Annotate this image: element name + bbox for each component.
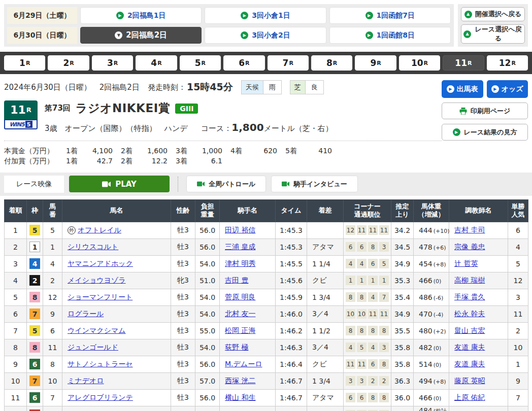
win5-text: WIN5	[9, 121, 24, 128]
jockey-interview-button[interactable]: 騎手インタビュー	[271, 176, 358, 192]
meeting-button[interactable]: ▶1回函館7日	[329, 7, 451, 24]
prize-rank: 2着	[121, 156, 139, 166]
trainer-link[interactable]: 松永 幹夫	[454, 310, 485, 318]
meeting-button[interactable]: ▶3回小倉2日	[205, 27, 326, 44]
jockey-link[interactable]: 田辺 裕信	[225, 226, 255, 234]
horse-name-link[interactable]: メイショウヨゾラ	[68, 276, 126, 285]
race-tab-5r[interactable]: 5R	[180, 55, 221, 71]
corner-position-boxes: 4543	[345, 342, 389, 352]
race-tab-10r[interactable]: 10R	[399, 55, 440, 71]
jockey-link[interactable]: 横山 和生	[225, 393, 255, 401]
prize-block: 本賞金（万円） 1着4,1002着1,6003着1,0004着6205着410 …	[4, 141, 442, 166]
race-tab-8r[interactable]: 8R	[311, 55, 352, 71]
waku-badge: 6	[29, 392, 40, 403]
corner-position: 11	[368, 225, 378, 235]
horse-name-link[interactable]: オフトレイル	[78, 226, 121, 235]
odds-button[interactable]: ▶ オッズ	[487, 80, 528, 98]
race-tab-2r[interactable]: 2R	[48, 55, 89, 71]
horse-weight: 484	[419, 406, 433, 411]
trainer-link[interactable]: 藤原 英昭	[454, 376, 485, 385]
horse-name-link[interactable]: ショーマンフリート	[68, 293, 132, 302]
horse-name-cell: ヤマニンアドホック	[62, 255, 171, 272]
meeting-button[interactable]: ▼2回福島2日	[80, 27, 202, 44]
corner-position: 1	[357, 276, 367, 285]
arrow-up-icon: ▲	[464, 11, 472, 18]
horse-name-cell: サトノシュトラーセ	[62, 356, 171, 372]
corner-position: 8	[368, 393, 378, 402]
race-tab-7r[interactable]: 7R	[268, 55, 309, 71]
patrol-video-button[interactable]: 全周パトロール	[186, 176, 266, 192]
waku-cell: 1	[27, 238, 43, 255]
meeting-button[interactable]: ▶3回小倉1日	[205, 7, 326, 24]
last-3f-time: 34.5	[391, 238, 414, 255]
race-tab-1r[interactable]: 1R	[4, 55, 45, 71]
jockey-link[interactable]: M.デムーロ	[225, 360, 262, 368]
race-tab-9r[interactable]: 9R	[355, 55, 396, 71]
margin: 1 1/4	[307, 255, 344, 272]
print-page-label: 印刷用ページ	[471, 107, 511, 116]
race-tab-12r[interactable]: 12R	[487, 55, 528, 71]
margin: 1 1/2	[307, 322, 344, 339]
horse-weight-diff: (0)	[434, 278, 442, 285]
jockey-link[interactable]: 荻野 極	[225, 343, 248, 351]
horse-name-link[interactable]: ミナデオロ	[68, 376, 104, 386]
jockey-link[interactable]: 菅原 明良	[225, 293, 255, 301]
trainer-link[interactable]: 手塚 貴久	[454, 293, 485, 301]
divider	[178, 177, 178, 192]
results-table-header: 着順枠馬 番馬名性齢負担 重量騎手名タイム着差コーナー 通過順位推定 上り馬体重…	[5, 199, 528, 222]
play-video-button[interactable]: PLAY	[69, 176, 170, 192]
jockey-link[interactable]: 吉田 豊	[225, 276, 248, 284]
horse-name-link[interactable]: サトノシュトラーセ	[68, 360, 133, 369]
meeting-button[interactable]: ▶2回福島1日	[80, 7, 202, 24]
horse-name-link[interactable]: ジュンゴールド	[68, 343, 118, 352]
trainer-link[interactable]: 宗像 義忠	[454, 243, 485, 251]
race-tab-11r[interactable]: 11R	[443, 55, 484, 71]
jockey-link[interactable]: 松岡 正海	[225, 326, 255, 334]
trainer-link[interactable]: 友道 康夫	[454, 360, 485, 368]
horse-name-link[interactable]: シリウスコルト	[68, 243, 118, 252]
race-tab-6r[interactable]: 6R	[223, 55, 264, 71]
trainer-link[interactable]: 高柳 瑞樹	[454, 276, 485, 284]
how-to-read-button[interactable]: ▶ レース結果の見方	[442, 124, 528, 141]
result-row: 968サトノシュトラーセ牡356.0M.デムーロ1:46.4クビ11116835…	[5, 356, 528, 372]
sex-age: 牡3	[171, 289, 195, 305]
race-tab-3r[interactable]: 3R	[92, 55, 133, 71]
print-page-button[interactable]: 印刷用ページ	[442, 102, 528, 119]
carried-weight: 54.0	[195, 255, 220, 272]
trainer-link[interactable]: 友道 康夫	[454, 343, 485, 351]
trainer-link[interactable]: 辻 哲英	[454, 259, 478, 267]
prize-rank: 1着	[66, 156, 84, 166]
race-video-label: レース映像	[4, 176, 64, 193]
prize-value: 4,100	[84, 146, 113, 156]
shutsuba-button[interactable]: ▶ 出馬表	[442, 80, 483, 98]
race-title-row: 11R WIN5 5 第73回 ラジオNIKKEI賞 GIII 3歳 オープン（…	[4, 100, 442, 133]
corner-position: 11	[357, 225, 367, 235]
corner-positions: 2225	[344, 406, 391, 411]
back-button[interactable]: ▲レース選択へ戻る	[461, 24, 525, 44]
margin: クビ	[307, 356, 344, 372]
horse-name-link[interactable]: アレグロブリランテ	[68, 393, 133, 402]
jockey-link[interactable]: 北村 友一	[225, 310, 255, 318]
race-tab-4r[interactable]: 4R	[136, 55, 177, 71]
back-button[interactable]: ▲開催選択へ戻る	[461, 7, 525, 21]
prize-value: 410	[304, 146, 332, 156]
corner-position: 2	[368, 376, 378, 386]
race-name: ラジオNIKKEI賞	[76, 100, 170, 116]
trainer-link[interactable]: 吉村 圭司	[454, 226, 485, 234]
column-header: 騎手名	[220, 199, 276, 222]
last-3f-time: 36.8	[391, 406, 414, 411]
finish-time: 1:46.2	[276, 322, 307, 339]
trainer-link[interactable]: 畠山 吉宏	[454, 326, 485, 334]
horse-name-link[interactable]: ヤマニンアドホック	[68, 259, 133, 268]
jockey-link[interactable]: 西塚 洸二	[225, 376, 255, 385]
horse-weight-diff: (+6)	[434, 245, 446, 251]
meeting-button[interactable]: ▶1回函館8日	[329, 27, 451, 44]
corner-position: 8	[357, 292, 367, 302]
trainer-link[interactable]: 上原 佑紀	[454, 393, 485, 401]
horse-weight-cell: 482(0)	[414, 339, 449, 356]
jockey-link[interactable]: 三浦 皇成	[225, 243, 255, 251]
jockey-link[interactable]: 津村 明秀	[225, 259, 255, 267]
horse-name-link[interactable]: ウインマクシマム	[68, 326, 126, 335]
waku-badge: 8	[29, 292, 40, 302]
horse-name-link[interactable]: ログラール	[68, 310, 104, 319]
